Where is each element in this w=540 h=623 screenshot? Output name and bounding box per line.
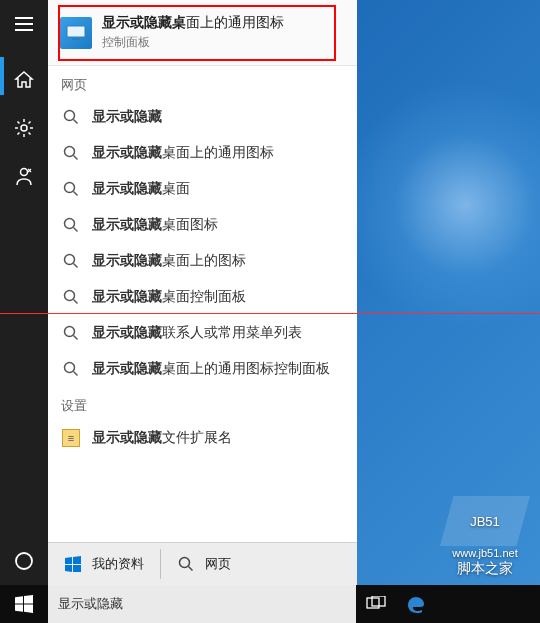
svg-point-11	[65, 327, 75, 337]
search-input[interactable]	[48, 585, 356, 623]
watermark-logo: JB51	[440, 496, 530, 546]
svg-point-13	[180, 558, 190, 568]
task-view-button[interactable]	[356, 585, 396, 623]
search-icon	[63, 289, 79, 305]
svg-point-12	[65, 363, 75, 373]
windows-icon	[64, 555, 82, 573]
search-results-panel: 显示或隐藏桌面上的通用图标 控制面板 网页 显示或隐藏 显示或隐藏桌面上的通用图…	[48, 0, 357, 585]
filter-web-label: 网页	[205, 555, 231, 573]
settings-result-0[interactable]: ≡ 显示或隐藏文件扩展名	[48, 420, 357, 456]
edge-button[interactable]	[396, 585, 436, 623]
web-result-6[interactable]: 显示或隐藏联系人或常用菜单列表	[48, 315, 357, 351]
search-icon	[63, 109, 79, 125]
best-match-item[interactable]: 显示或隐藏桌面上的通用图标 控制面板	[48, 0, 357, 66]
section-header-web: 网页	[48, 66, 357, 99]
svg-point-10	[65, 291, 75, 301]
watermark-cn: 脚本之家	[457, 560, 513, 578]
cortana-icon	[14, 551, 34, 571]
annotation-divider	[0, 313, 540, 314]
web-result-5[interactable]: 显示或隐藏桌面控制面板	[48, 279, 357, 315]
watermark: JB51 www.jb51.net 脚本之家	[440, 496, 530, 578]
search-icon	[63, 181, 79, 197]
search-icon	[177, 555, 195, 573]
filter-my-stuff[interactable]: 我的资料	[48, 543, 160, 585]
hamburger-icon	[15, 17, 33, 31]
web-result-1[interactable]: 显示或隐藏桌面上的通用图标	[48, 135, 357, 171]
web-result-3[interactable]: 显示或隐藏桌面图标	[48, 207, 357, 243]
cortana-button[interactable]	[0, 537, 48, 585]
search-icon	[63, 217, 79, 233]
home-icon	[14, 70, 34, 90]
hamburger-button[interactable]	[0, 0, 48, 48]
home-button[interactable]	[0, 56, 48, 104]
start-left-rail	[0, 0, 48, 623]
feedback-button[interactable]	[0, 152, 48, 200]
svg-point-1	[21, 169, 28, 176]
filter-web[interactable]: 网页	[161, 543, 247, 585]
task-view-icon	[366, 596, 386, 612]
web-result-0[interactable]: 显示或隐藏	[48, 99, 357, 135]
settings-rail-button[interactable]	[0, 104, 48, 152]
svg-point-8	[65, 219, 75, 229]
edge-icon	[406, 594, 426, 614]
start-button[interactable]	[0, 585, 48, 623]
svg-point-2	[16, 553, 32, 569]
svg-point-7	[65, 183, 75, 193]
web-result-4[interactable]: 显示或隐藏桌面上的图标	[48, 243, 357, 279]
best-match-rest: 面上的通用图标	[186, 14, 284, 30]
section-header-settings: 设置	[48, 387, 357, 420]
svg-rect-4	[72, 38, 80, 40]
svg-point-0	[21, 125, 27, 131]
filter-my-stuff-label: 我的资料	[92, 555, 144, 573]
best-match-subtitle: 控制面板	[102, 34, 284, 51]
taskbar-right	[356, 585, 540, 623]
svg-point-5	[65, 111, 75, 121]
windows-icon	[15, 595, 33, 613]
svg-point-6	[65, 147, 75, 157]
folder-options-icon: ≡	[62, 429, 80, 447]
search-icon	[63, 361, 79, 377]
person-icon	[14, 166, 34, 186]
svg-point-9	[65, 255, 75, 265]
rail-active-indicator	[0, 57, 4, 95]
filter-bar: 我的资料 网页	[48, 542, 357, 585]
gear-icon	[14, 118, 34, 138]
control-panel-icon	[60, 17, 92, 49]
web-result-2[interactable]: 显示或隐藏桌面	[48, 171, 357, 207]
watermark-url: www.jb51.net	[452, 547, 517, 559]
web-result-7[interactable]: 显示或隐藏桌面上的通用图标控制面板	[48, 351, 357, 387]
search-icon	[63, 253, 79, 269]
search-icon	[63, 145, 79, 161]
svg-rect-3	[67, 26, 85, 37]
best-match-bold: 显示或隐藏桌	[102, 14, 186, 30]
best-match-text: 显示或隐藏桌面上的通用图标 控制面板	[102, 14, 284, 51]
search-icon	[63, 325, 79, 341]
